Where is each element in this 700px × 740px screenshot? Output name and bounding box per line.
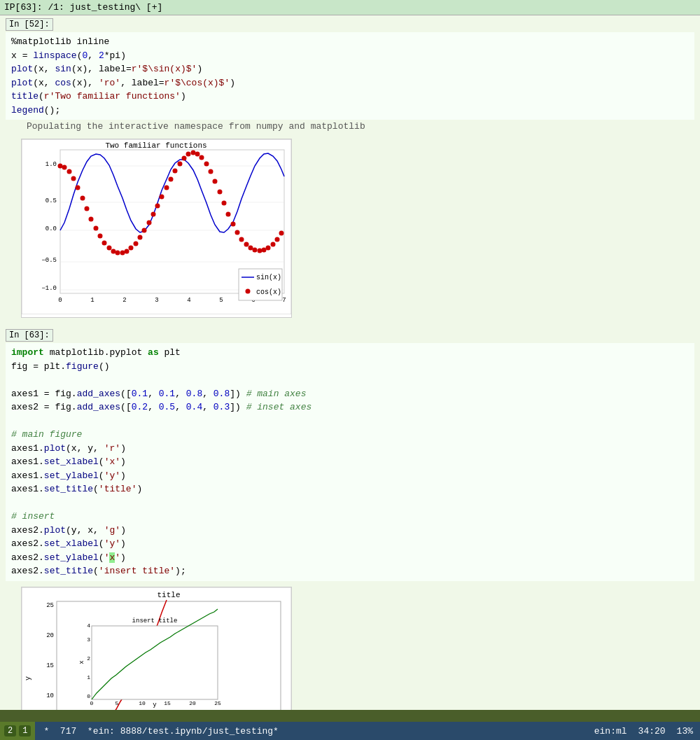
cell-52-code[interactable]: %matplotlib inline x = linspace(0, 2*pi)… — [6, 32, 694, 120]
svg-point-66 — [262, 248, 267, 253]
svg-text:y: y — [153, 701, 157, 708]
cell-63-code[interactable]: import matplotlib.pyplot as plt fig = pl… — [6, 343, 694, 581]
cell-52-output: Populating the interactive namespace fro… — [6, 120, 694, 133]
svg-point-24 — [76, 186, 80, 190]
statusbar: 2 1 * 717 *ein: 8888/test.ipynb/just_tes… — [0, 722, 700, 740]
svg-point-37 — [134, 242, 139, 246]
status-line-count: 717 — [60, 726, 76, 736]
svg-text:0.0: 0.0 — [46, 225, 57, 232]
svg-point-35 — [125, 249, 130, 254]
svg-text:15: 15 — [164, 700, 171, 706]
svg-rect-92 — [92, 626, 218, 699]
svg-point-52 — [200, 155, 204, 160]
svg-point-65 — [258, 249, 262, 253]
svg-text:4: 4 — [87, 622, 90, 629]
svg-point-40 — [147, 221, 152, 225]
svg-point-34 — [120, 251, 125, 256]
svg-text:−0.5: −0.5 — [41, 257, 57, 264]
cell-63: In [63]: import matplotlib.pyplot as plt… — [0, 326, 700, 584]
svg-point-57 — [222, 201, 227, 206]
svg-text:25: 25 — [46, 602, 54, 609]
status-mode: ein:ml — [594, 726, 627, 736]
svg-text:sin(x): sin(x) — [256, 274, 281, 281]
svg-point-39 — [142, 228, 147, 233]
svg-text:10: 10 — [139, 700, 146, 706]
svg-point-21 — [62, 165, 67, 170]
svg-text:0: 0 — [90, 700, 94, 706]
svg-text:5: 5 — [219, 297, 223, 304]
status-notebook: *ein: 8888/test.ipynb/just_testing* — [88, 726, 279, 736]
svg-text:1: 1 — [90, 297, 94, 304]
status-cell-num-1: 2 — [4, 725, 16, 736]
svg-point-27 — [89, 217, 94, 222]
svg-text:x: x — [78, 660, 85, 664]
svg-text:2: 2 — [87, 655, 90, 662]
svg-point-42 — [155, 204, 160, 209]
svg-point-44 — [164, 186, 169, 190]
svg-point-62 — [244, 242, 249, 247]
svg-point-51 — [195, 152, 200, 157]
status-percent: 13% — [677, 726, 693, 736]
svg-text:1: 1 — [87, 674, 90, 680]
svg-point-20 — [58, 164, 63, 169]
svg-point-61 — [239, 237, 244, 242]
svg-text:−1.0: −1.0 — [41, 285, 57, 292]
svg-text:3: 3 — [87, 636, 90, 643]
status-right-info: ein:ml 34:20 13% — [587, 726, 700, 736]
plot1-title: Two familiar functions — [105, 141, 206, 150]
svg-point-38 — [138, 235, 143, 240]
svg-point-64 — [253, 248, 258, 253]
svg-point-60 — [235, 230, 240, 235]
status-cell-numbers: 2 1 — [0, 722, 35, 740]
plot-2-container: title y x 0 5 10 15 20 25 0 1 2 3 4 5 — [21, 587, 292, 711]
svg-point-30 — [102, 241, 107, 246]
svg-text:4: 4 — [187, 297, 190, 304]
svg-point-28 — [94, 226, 99, 231]
cell-52: In [52]: %matplotlib inline x = linspace… — [0, 15, 700, 136]
svg-text:y: y — [24, 676, 32, 680]
svg-text:0: 0 — [87, 693, 90, 699]
svg-text:1.0: 1.0 — [46, 161, 57, 168]
plot-1-container: Two familiar functions 1.0 0.5 0.0 −0.5 … — [21, 139, 292, 318]
svg-text:20: 20 — [46, 632, 54, 639]
status-marker: * — [43, 726, 49, 736]
svg-point-29 — [98, 234, 103, 239]
title-text: IP[63]: /1: just_testing\ [+] — [4, 2, 162, 13]
status-cell-num-2: 1 — [19, 725, 31, 736]
svg-point-54 — [209, 169, 214, 174]
svg-point-26 — [85, 207, 90, 211]
status-position: 34:20 — [638, 726, 666, 736]
svg-point-23 — [71, 176, 76, 181]
svg-point-50 — [191, 151, 196, 155]
svg-text:2: 2 — [122, 297, 126, 304]
title-bar: IP[63]: /1: just_testing\ [+] — [0, 0, 700, 15]
svg-point-59 — [231, 222, 236, 227]
svg-point-48 — [182, 156, 187, 161]
svg-point-63 — [248, 246, 253, 251]
svg-point-43 — [160, 195, 164, 200]
svg-point-55 — [213, 179, 218, 184]
svg-text:20: 20 — [189, 700, 196, 706]
svg-text:0: 0 — [58, 297, 62, 304]
svg-point-69 — [275, 237, 280, 242]
svg-text:10: 10 — [46, 692, 54, 699]
plot2-title: title — [157, 591, 180, 599]
plot-1-svg: Two familiar functions 1.0 0.5 0.0 −0.5 … — [22, 139, 291, 314]
status-notebook-info: * 717 *ein: 8888/test.ipynb/just_testing… — [35, 726, 587, 736]
svg-point-49 — [186, 152, 191, 157]
svg-text:0.5: 0.5 — [46, 197, 57, 204]
svg-point-22 — [67, 169, 72, 174]
svg-point-47 — [178, 162, 183, 167]
svg-point-36 — [129, 246, 134, 251]
cell-52-label[interactable]: In [52]: — [6, 18, 53, 31]
notebook-area: In [52]: %matplotlib inline x = linspace… — [0, 15, 700, 710]
svg-text:15: 15 — [46, 662, 54, 669]
svg-point-58 — [226, 212, 231, 217]
svg-point-25 — [80, 196, 85, 201]
plot2-inset-title: insert title — [132, 617, 178, 624]
svg-point-45 — [169, 177, 174, 182]
cell-63-label[interactable]: In [63]: — [6, 329, 53, 342]
svg-point-41 — [151, 212, 156, 217]
svg-point-46 — [173, 169, 178, 174]
svg-point-56 — [218, 190, 223, 195]
